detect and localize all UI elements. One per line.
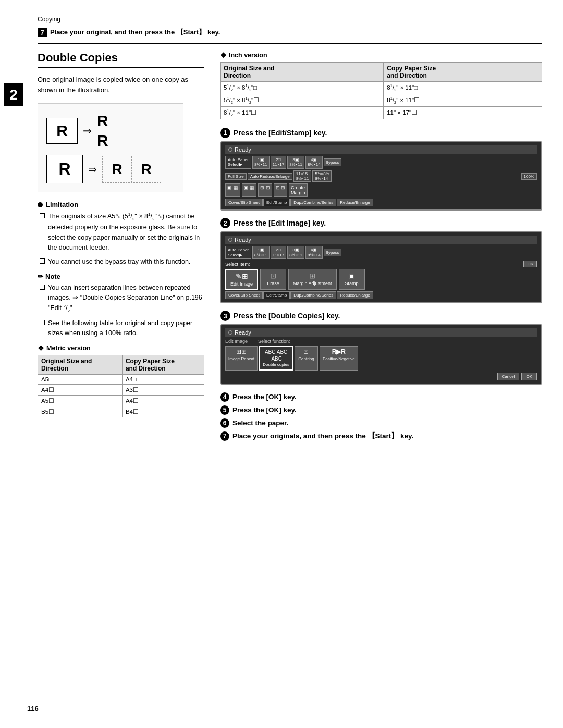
inch-version-table: Original Size andDirection Copy Paper Si… xyxy=(220,62,542,119)
lcd-tab-reduce[interactable]: Reduce/Enlarge xyxy=(337,199,373,206)
note-item-1: You can insert separation lines between … xyxy=(48,283,204,314)
lcd-paper-2-1: 1▣8½×11 xyxy=(252,246,270,259)
limitation-list: The originals of size A5␟ (51/2" × 81/2"… xyxy=(38,212,204,267)
step-5-text: Press the [OK] key. xyxy=(232,405,297,415)
lcd-ready-icon-1 xyxy=(228,147,232,152)
step-3-header: 3 Press the [Double Copies] key. xyxy=(220,311,542,321)
diamond-icon-inch: ❖ xyxy=(220,51,227,59)
lcd-paper-row-1: Auto PaperSelect▶ 1▣8½×11 2□11×17 3▣8½×1… xyxy=(225,156,537,169)
illus-dashed-r2: R xyxy=(132,156,161,182)
inch-col2-header: Copy Paper Sizeand Direction xyxy=(384,62,542,81)
inch-row2-col1: 51/2" × 81/2"☐ xyxy=(221,94,384,106)
step-7-item: 7 Place your originals, and then press t… xyxy=(220,431,542,441)
inch-row1-col2: 81/2" × 11"□ xyxy=(384,81,542,94)
table-row: 51/2" × 81/2"☐ 81/2" × 11"☐ xyxy=(221,94,542,106)
inch-row2-col2: 81/2" × 11"☐ xyxy=(384,94,542,106)
lcd-double-copies-btn[interactable]: ABC ABC ABC Double copies xyxy=(259,346,293,370)
step-6-num: 6 xyxy=(220,418,229,428)
metric-version-label: Metric version xyxy=(46,344,91,352)
step-1-text: Press the [Edit/Stamp] key. xyxy=(234,129,327,137)
table-row: 51/2" × 81/2"□ 81/2" × 11"□ xyxy=(221,81,542,94)
lcd-icon-3: ⊞·⊡ xyxy=(258,183,272,197)
sq-bullet-note-1 xyxy=(40,285,45,290)
illus-dashed-right: R R xyxy=(102,156,161,183)
lcd-paper-row-2: Auto PaperSelect▶ 1▣8½×11 2□11×17 3▣8½×1… xyxy=(225,246,537,259)
top-divider xyxy=(38,43,542,44)
illus-bottom-row: R ⇒ R R xyxy=(46,155,175,183)
lcd-paper-2: 2□11×17 xyxy=(271,156,286,169)
lcd-ok-btn-2[interactable]: OK xyxy=(523,261,537,267)
lcd-bypass-2: Bypass xyxy=(324,249,341,257)
limitation-header: Limitation xyxy=(38,201,204,208)
lcd-icon-4: ⊡·⊞ xyxy=(274,183,288,197)
lcd-size-row-1: Full Size Auto Reduce/Enlarge 11×158½×11… xyxy=(225,170,537,182)
lcd-tabs-1: Cover/Slip Sheet Edit/Stamp Dup./Combine… xyxy=(225,199,537,206)
lcd-erase-btn[interactable]: ⊡ Erase xyxy=(260,269,286,290)
lcd-tab-cover[interactable]: Cover/Slip Sheet xyxy=(225,199,263,206)
main-content: Copying 7 Place your original, and then … xyxy=(27,0,563,728)
metric-row1-col2: A4□ xyxy=(122,374,204,384)
lcd-tab2-edit-stamp[interactable]: Edit/Stamp xyxy=(263,291,290,299)
step-4-num: 4 xyxy=(220,392,229,402)
note-item-2: See the following table for original and… xyxy=(48,318,204,339)
illus-arrow-bottom: ⇒ xyxy=(88,163,97,176)
lcd-tab2-dup[interactable]: Dup./Combine/Series xyxy=(290,291,336,299)
illustration-box: R ⇒ R R R ⇒ R R xyxy=(38,103,183,192)
illus-top-row: R ⇒ R R xyxy=(46,112,175,150)
lcd-paper-3: 3▣8½×11 xyxy=(287,156,304,169)
lcd-ready-icon-2 xyxy=(228,238,232,242)
lcd-margin-btn[interactable]: ⊞ Margin Adjustment xyxy=(288,269,337,290)
lcd-select-function-label: Select function: xyxy=(258,339,290,344)
list-item: See the following table for original and… xyxy=(40,318,204,339)
metric-row1-col1: A5□ xyxy=(38,374,123,384)
lcd-tab2-cover[interactable]: Cover/Slip Sheet xyxy=(225,291,263,299)
step-7-icon: 7 xyxy=(38,28,47,37)
metric-row2-col2: A3☐ xyxy=(122,384,204,395)
lcd-edit-image-btn[interactable]: ✎⊞ Edit Image xyxy=(225,269,258,290)
lcd-pct: 100% xyxy=(521,173,537,180)
lcd-select-text: Select Item: xyxy=(225,262,250,267)
lcd-screen-1: Ready Auto PaperSelect▶ 1▣8½×11 2□11×17 … xyxy=(220,141,542,211)
step-5-item: 5 Press the [OK] key. xyxy=(220,405,542,415)
breadcrumb: Copying xyxy=(38,16,542,23)
lcd-auto-reduce: Auto Reduce/Enlarge xyxy=(248,173,292,180)
lcd-full-size: Full Size xyxy=(225,173,247,180)
lcd-stamp-btn[interactable]: ▣ Stamp xyxy=(339,269,365,290)
lcd-tab-dup[interactable]: Dup./Combine/Series xyxy=(290,199,336,206)
table-row: 81/2" × 11"☐ 11" × 17"☐ xyxy=(221,106,542,119)
lcd-edit-select-row: Edit Image Select function: xyxy=(225,339,537,344)
final-steps: 4 Press the [OK] key. 5 Press the [OK] k… xyxy=(220,392,542,442)
lcd-ready-bar-3: Ready xyxy=(225,328,537,337)
pencil-icon: ✏ xyxy=(38,273,43,280)
illus-letter-bottom-left: R xyxy=(46,155,83,183)
lcd-create-margin: CreateMargin xyxy=(289,183,308,197)
lcd-ready-bar-2: Ready xyxy=(225,236,537,244)
metric-row3-col2: A4☐ xyxy=(122,395,204,406)
step-3-text: Press the [Double Copies] key. xyxy=(234,312,340,320)
lcd-centring-btn[interactable]: ⊡ Centring xyxy=(295,346,318,370)
lcd-image-repeat-btn[interactable]: ⊞⊞ Image Repeat xyxy=(225,346,258,370)
lcd-icon-2: ▣·▦ xyxy=(242,183,257,197)
lcd-size-opt1: 11×158½×11 xyxy=(293,170,312,182)
lcd-ok-btn-3[interactable]: OK xyxy=(521,373,537,380)
lcd-auto-paper-2: Auto PaperSelect▶ xyxy=(225,246,251,259)
inch-row1-col1: 51/2" × 81/2"□ xyxy=(221,81,384,94)
lcd-func-row: ⊞⊞ Image Repeat ABC ABC ABC Double copie… xyxy=(225,346,537,370)
lcd-tab-edit-stamp[interactable]: Edit/Stamp xyxy=(263,199,290,206)
lcd-cancel-btn[interactable]: Cancel xyxy=(497,373,520,380)
list-item: The originals of size A5␟ (51/2" × 81/2"… xyxy=(40,212,204,253)
lcd-tab2-reduce[interactable]: Reduce/Enlarge xyxy=(337,291,373,299)
step-1-number: 1 xyxy=(220,128,230,138)
table-row: A5□ A4□ xyxy=(38,374,204,384)
step-2-number: 2 xyxy=(220,218,230,228)
lcd-screen-3: Ready Edit Image Select function: ⊞⊞ Ima… xyxy=(220,324,542,384)
lcd-positive-negative-btn[interactable]: R▶R Positive/Negative xyxy=(320,346,358,370)
lcd-select-row: Select Item: OK xyxy=(225,261,537,267)
lcd-bottom-row-3: Cancel OK xyxy=(225,373,537,380)
step-6-text: Select the paper. xyxy=(232,418,288,428)
lcd-bypass: Bypass xyxy=(324,158,341,167)
metric-row3-col1: A5☐ xyxy=(38,395,123,406)
inch-row3-col1: 81/2" × 11"☐ xyxy=(221,106,384,119)
step-1-header: 1 Press the [Edit/Stamp] key. xyxy=(220,128,542,138)
metric-row2-col1: A4☐ xyxy=(38,384,123,395)
